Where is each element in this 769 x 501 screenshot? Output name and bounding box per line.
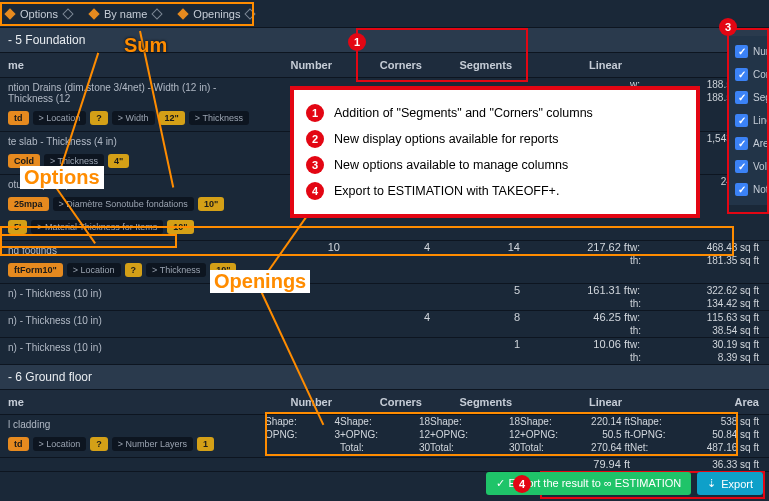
col-linear[interactable]: Linear [520, 53, 630, 77]
diamond-empty-icon [152, 8, 163, 19]
tag[interactable]: 10" [167, 220, 193, 234]
annotation-openings: Openings [210, 270, 310, 293]
download-icon: ⇣ [707, 477, 716, 490]
item-desc: ntion Drains (dim.stone 3/4net) - Width … [0, 78, 265, 108]
chk-label: Are [753, 138, 769, 149]
diamond-icon [88, 8, 99, 19]
column-toggle[interactable]: ✓Seg [733, 86, 765, 109]
checkbox-icon: ✓ [735, 160, 748, 173]
chk-label: Line [753, 115, 769, 126]
col-number[interactable]: Number [265, 390, 340, 414]
cell-segments: 1 [430, 338, 520, 364]
tag[interactable]: 10" [198, 197, 224, 211]
num-badge: 2 [306, 130, 324, 148]
filter-openings[interactable]: Openings [179, 8, 254, 20]
cell-linear: 10.06 ft [520, 338, 630, 364]
item-desc: te slab - Thickness (4 in) [0, 132, 265, 151]
cell-area: w:30.19 sq ftth:8.39 sq ft [630, 338, 769, 364]
chk-label: Seg [753, 92, 769, 103]
item-desc: nd footings [0, 241, 265, 260]
tag[interactable]: 12" [159, 111, 185, 125]
tag[interactable]: > Material Thickness for Items [31, 220, 163, 234]
cell-corners [340, 284, 430, 310]
tag[interactable]: > Diamètre Sonotube fondations [53, 197, 194, 211]
tag-row: 25mpa> Diamètre Sonotube fondations10" [0, 194, 265, 217]
tag[interactable]: > Location [33, 437, 87, 451]
column-options-panel: ✓Num✓Corn✓Seg✓Line✓Are✓Volu✓Note [729, 36, 769, 205]
diamond-icon [178, 8, 189, 19]
tag[interactable]: ? [125, 263, 143, 277]
tag[interactable]: ftForm10" [8, 263, 63, 277]
tag[interactable]: 5' [8, 220, 27, 234]
column-header-row: me Number Corners Segments Linear Are [0, 53, 769, 78]
tag[interactable]: ? [90, 111, 108, 125]
cell-segments: 14 [430, 241, 520, 283]
checkbox-icon: ✓ [735, 137, 748, 150]
tag[interactable]: > Location [33, 111, 87, 125]
column-toggle[interactable]: ✓Are [733, 132, 765, 155]
callout-text: Export to ESTIMATION with TAKEOFF+. [334, 184, 559, 198]
tag[interactable]: > Thickness [189, 111, 249, 125]
tag[interactable]: 1 [197, 437, 214, 451]
col-linear[interactable]: Linear [520, 390, 630, 414]
col-number[interactable]: Number [265, 53, 340, 77]
table-row[interactable]: n) - Thickness (10 in) 1 10.06 ft w:30.1… [0, 338, 769, 365]
button-label: Export [721, 478, 753, 490]
column-toggle[interactable]: ✓Volu [733, 155, 765, 178]
column-toggle[interactable]: ✓Line [733, 109, 765, 132]
column-toggle[interactable]: ✓Note [733, 178, 765, 201]
col-segments[interactable]: Segments [430, 53, 520, 77]
cell-segments: 8 [430, 311, 520, 337]
cell-number [265, 458, 340, 471]
table-row[interactable]: nd footings ftForm10"> Location?> Thickn… [0, 241, 769, 284]
annotation-options: Options [20, 166, 104, 189]
tag[interactable]: td [8, 437, 29, 451]
col-segments[interactable]: Segments [430, 390, 520, 414]
callout-item: 3New options available to manage columns [306, 152, 684, 178]
callout-text: New options available to manage columns [334, 158, 568, 172]
item-desc: l cladding [0, 415, 265, 434]
tag[interactable]: 25mpa [8, 197, 49, 211]
tag[interactable]: > Width [112, 111, 155, 125]
item-desc: n) - Thickness (10 in) [0, 338, 265, 357]
tag[interactable]: > Location [67, 263, 121, 277]
col-name[interactable]: me [0, 390, 265, 414]
chk-label: Note [753, 184, 769, 195]
item-desc [0, 458, 265, 466]
column-toggle[interactable]: ✓Num [733, 40, 765, 63]
cell-area: w:115.63 sq ftth:38.54 sq ft [630, 311, 769, 337]
tag-row: 5'> Material Thickness for Items10" [0, 217, 265, 240]
cell-linear: Shape:220.14 ft+OPNG:50.5 ftTotal:270.64… [520, 415, 630, 457]
filter-label: Openings [193, 8, 240, 20]
column-toggle[interactable]: ✓Corn [733, 63, 765, 86]
chk-label: Corn [753, 69, 769, 80]
callout-item: 2New display options available for repor… [306, 126, 684, 152]
filter-label: Options [20, 8, 58, 20]
tag[interactable]: 4" [108, 154, 129, 168]
tag[interactable]: > Number Layers [112, 437, 193, 451]
table-row[interactable]: n) - Thickness (10 in) 5 161.31 ft w:322… [0, 284, 769, 311]
cell-linear: 46.25 ft [520, 311, 630, 337]
filter-byname[interactable]: By name [90, 8, 161, 20]
num-badge: 3 [306, 156, 324, 174]
tag[interactable]: > Thickness [146, 263, 206, 277]
col-area[interactable]: Area [630, 390, 769, 414]
col-corners[interactable]: Corners [340, 53, 430, 77]
top-filter-bar: Options By name Openings [0, 0, 769, 28]
cell-corners [340, 458, 430, 471]
badge-3: 3 [719, 18, 737, 36]
table-row[interactable]: l cladding td> Location?> Number Layers1… [0, 415, 769, 458]
callout-text: New display options available for report… [334, 132, 558, 146]
col-corners[interactable]: Corners [340, 390, 430, 414]
section-header-foundation[interactable]: - 5 Foundation [0, 28, 769, 53]
section-header-ground[interactable]: - 6 Ground floor [0, 365, 769, 390]
export-button[interactable]: ⇣ Export [697, 472, 763, 495]
tag[interactable]: ? [90, 437, 108, 451]
cell-corners: Shape:18+OPNG:12Total:30 [340, 415, 430, 457]
filter-options[interactable]: Options [6, 8, 72, 20]
diamond-icon [4, 8, 15, 19]
cell-linear: 217.62 ft [520, 241, 630, 283]
table-row[interactable]: n) - Thickness (10 in) 4 8 46.25 ft w:11… [0, 311, 769, 338]
tag[interactable]: td [8, 111, 29, 125]
cell-linear: 161.31 ft [520, 284, 630, 310]
